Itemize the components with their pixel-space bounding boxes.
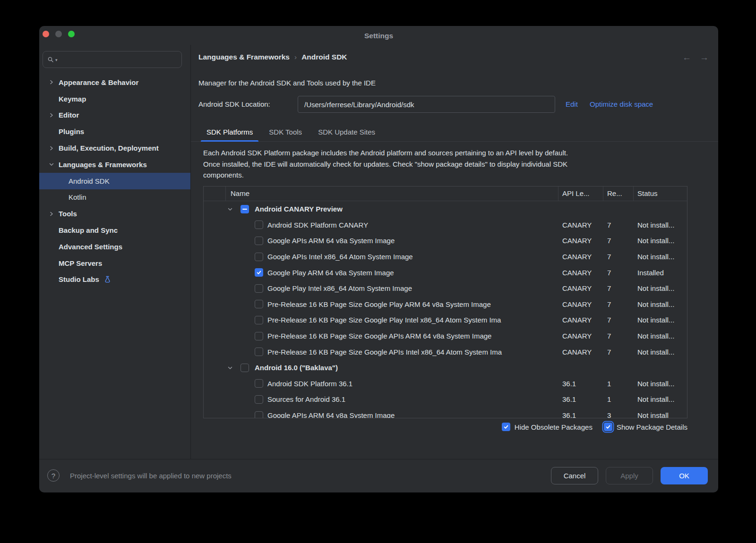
option-checkbox[interactable] [604,423,612,431]
minimize-window-icon[interactable] [55,31,62,37]
sidebar-item-advanced-settings[interactable]: Advanced Settings [39,238,190,255]
package-checkbox[interactable] [255,284,263,293]
tab-sdk-tools[interactable]: SDK Tools [261,123,310,141]
column-header-name[interactable]: Name [226,187,558,201]
status-cell: Not install... [634,395,687,403]
package-checkbox[interactable] [255,268,263,277]
package-checkbox[interactable] [255,395,263,404]
package-name-cell: Android SDK Platform 36.1 [204,379,558,388]
status-cell: Not install... [634,284,687,292]
close-window-icon[interactable] [43,31,49,37]
option-show-package-details[interactable]: Show Package Details [604,423,687,431]
package-name: Pre-Release 16 KB Page Size Google APIs … [267,332,491,340]
package-checkbox[interactable] [255,411,263,418]
api-level-cell: 36.1 [558,395,603,403]
table-row-pre-release-16-kb-page-size-google-apis-arm-64-v8a-system-image[interactable]: Pre-Release 16 KB Page Size Google APIs … [204,328,687,344]
sidebar-item-label: Studio Labs [59,275,99,283]
table-row-pre-release-16-kb-page-size-google-apis-intel-x86-64-atom-system-ima[interactable]: Pre-Release 16 KB Page Size Google APIs … [204,344,687,360]
ok-button[interactable]: OK [661,467,708,484]
back-arrow-icon[interactable]: ← [682,52,691,63]
package-name: Pre-Release 16 KB Page Size Google APIs … [267,348,502,356]
table-row-pre-release-16-kb-page-size-google-play-intel-x86-64-atom-system-ima[interactable]: Pre-Release 16 KB Page Size Google Play … [204,312,687,328]
sidebar-item-studio-labs[interactable]: Studio Labs [39,272,190,288]
table-row-android-sdk-platform-36.1[interactable]: Android SDK Platform 36.136.11Not instal… [204,376,687,392]
package-checkbox[interactable] [241,205,249,213]
sidebar-item-kotlin[interactable]: Kotlin [39,189,190,206]
tab-sdk-update-sites[interactable]: SDK Update Sites [310,123,383,141]
sidebar-item-editor[interactable]: Editor [39,107,190,124]
package-name: Android CANARY Preview [255,205,343,213]
chevron-down-icon[interactable] [227,365,233,371]
sidebar-item-appearance-behavior[interactable]: Appearance & Behavior [39,74,190,91]
package-checkbox[interactable] [255,332,263,340]
column-header-api-le...[interactable]: API Le... [558,187,603,201]
status-cell: Not install... [634,316,687,324]
table-row-google-play-intel-x86-64-atom-system-image[interactable]: Google Play Intel x86_64 Atom System Ima… [204,280,687,297]
package-checkbox[interactable] [255,253,263,261]
chevron-down-icon[interactable] [49,161,54,167]
search-options-caret-icon[interactable]: ▾ [55,58,58,62]
status-cell: Not install... [634,221,687,229]
api-level-cell: CANARY [558,253,603,261]
package-checkbox[interactable] [255,379,263,388]
sdk-platforms-table: NameAPI Le...Re...Status Android CANARY … [203,186,687,418]
table-row-google-apis-arm-64-v8a-system-image[interactable]: Google APIs ARM 64 v8a System ImageCANAR… [204,233,687,249]
table-row-google-play-arm-64-v8a-system-image[interactable]: Google Play ARM 64 v8a System ImageCANAR… [204,264,687,280]
chevron-right-icon[interactable] [49,211,54,217]
package-checkbox[interactable] [255,348,263,356]
sidebar-item-label: Advanced Settings [59,243,122,251]
sidebar-item-languages-frameworks[interactable]: Languages & Frameworks [39,156,190,173]
help-icon[interactable]: ? [47,469,60,482]
table-row-google-apis-intel-x86-64-atom-system-image[interactable]: Google APIs Intel x86_64 Atom System Ima… [204,249,687,265]
status-cell: Not install... [634,348,687,356]
window-title: Settings [39,26,718,46]
edit-link[interactable]: Edit [566,96,578,113]
table-row-android-canary-preview[interactable]: Android CANARY Preview [204,201,687,217]
package-checkbox[interactable] [241,364,249,372]
cancel-button[interactable]: Cancel [551,467,598,484]
revision-cell: 7 [603,237,634,245]
forward-arrow-icon[interactable]: → [700,52,709,63]
sdk-location-input[interactable] [303,100,550,109]
option-hide-obsolete-packages[interactable]: Hide Obsolete Packages [502,423,593,431]
column-header-re...[interactable]: Re... [603,187,634,201]
settings-search-box[interactable]: ▾ [43,51,182,68]
package-checkbox[interactable] [255,221,263,229]
package-checkbox[interactable] [255,316,263,324]
sdk-location-field[interactable] [298,96,555,113]
sidebar-item-plugins[interactable]: Plugins [39,123,190,140]
zoom-window-icon[interactable] [68,31,75,37]
status-cell: Not install... [634,332,687,340]
table-row-sources-for-android-36.1[interactable]: Sources for Android 36.136.11Not install… [204,391,687,407]
table-row-android-sdk-platform-canary[interactable]: Android SDK Platform CANARYCANARY7Not in… [204,217,687,233]
sidebar-item-android-sdk[interactable]: Android SDK [39,173,190,189]
chevron-right-icon[interactable] [49,112,54,118]
package-checkbox[interactable] [255,300,263,308]
package-checkbox[interactable] [255,237,263,245]
api-level-cell: CANARY [558,284,603,292]
tab-sdk-platforms[interactable]: SDK Platforms [198,123,261,141]
table-row-pre-release-16-kb-page-size-google-play-arm-64-v8a-system-image[interactable]: Pre-Release 16 KB Page Size Google Play … [204,297,687,313]
chevron-down-icon[interactable] [227,206,233,212]
sidebar-item-keymap[interactable]: Keymap [39,91,190,107]
sidebar-item-mcp-servers[interactable]: MCP Servers [39,255,190,272]
option-checkbox[interactable] [502,423,510,431]
chevron-right-icon[interactable] [49,145,54,151]
chevron-right-icon[interactable] [49,79,54,85]
api-level-cell: CANARY [558,348,603,356]
table-row-android-16.0-baklava[interactable]: Android 16.0 ("Baklava") [204,360,687,376]
sidebar-item-build-execution-deployment[interactable]: Build, Execution, Deployment [39,140,190,156]
package-name: Google Play Intel x86_64 Atom System Ima… [267,284,412,292]
sidebar-item-backup-and-sync[interactable]: Backup and Sync [39,222,190,238]
column-header-status[interactable]: Status [634,187,687,201]
api-level-cell: CANARY [558,300,603,308]
option-label: Show Package Details [617,423,687,431]
sidebar-item-tools[interactable]: Tools [39,205,190,222]
table-row-google-apis-arm-64-v8a-system-image[interactable]: Google APIs ARM 64 v8a System Image36.13… [204,407,687,418]
breadcrumb-languages-frameworks[interactable]: Languages & Frameworks [198,53,290,61]
settings-search-input[interactable] [59,55,181,64]
sidebar-item-label: Languages & Frameworks [59,161,147,169]
optimize-disk-space-link[interactable]: Optimize disk space [590,96,653,113]
sidebar-item-label: Plugins [59,127,84,136]
api-level-cell: 36.1 [558,380,603,388]
